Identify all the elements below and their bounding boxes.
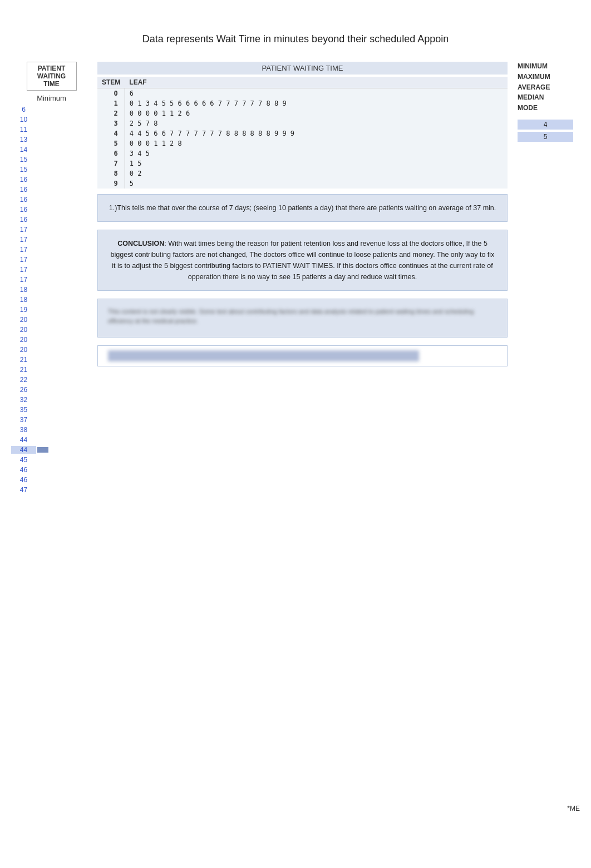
data-value-num: 32 bbox=[11, 396, 36, 404]
stat-mode: MODE bbox=[518, 103, 538, 113]
list-item: 32 bbox=[11, 395, 92, 405]
list-item: 18 bbox=[11, 295, 92, 305]
stem-cell: 0 bbox=[97, 88, 125, 99]
list-item: 11 bbox=[11, 125, 92, 135]
table-row: 32 5 7 8 bbox=[97, 118, 508, 128]
right-col: MINIMUM MAXIMUM AVERAGE MEDIAN MODE 4 5 bbox=[513, 62, 580, 144]
data-value-num: 19 bbox=[11, 306, 36, 314]
center-col: PATIENT WAITING TIME STEM LEAF 0610 1 3 … bbox=[92, 62, 513, 374]
stem-cell: 7 bbox=[97, 158, 125, 168]
main-layout: PATIENTWAITINGTIME Minimum 6101113141515… bbox=[11, 62, 580, 495]
list-item: 17 bbox=[11, 245, 92, 255]
list-item: 37 bbox=[11, 415, 92, 425]
list-item: 44 bbox=[11, 435, 92, 445]
page-container: Data represents Wait Time in minutes bey… bbox=[0, 0, 591, 868]
stem-cell: 1 bbox=[97, 98, 125, 108]
blurred-bottom-text bbox=[108, 350, 419, 361]
list-item: 46 bbox=[11, 475, 92, 485]
stat-value-5: 5 bbox=[518, 132, 573, 142]
info-text: 1.)This tells me that over the course of… bbox=[109, 204, 496, 212]
data-value-num: 16 bbox=[11, 216, 36, 224]
list-item: 17 bbox=[11, 225, 92, 235]
list-item: 21 bbox=[11, 365, 92, 375]
data-value-num: 10 bbox=[11, 116, 36, 123]
me-label: *ME bbox=[567, 805, 580, 812]
data-value-num: 20 bbox=[11, 316, 36, 324]
leaf-cell: 2 5 7 8 bbox=[125, 118, 508, 128]
data-value-num: 46 bbox=[11, 466, 36, 474]
stem-cell: 2 bbox=[97, 108, 125, 118]
list-item: 15 bbox=[11, 165, 92, 175]
col-stem-header: STEM bbox=[97, 77, 125, 88]
data-bar bbox=[37, 447, 48, 453]
pwt-label: PATIENTWAITINGTIME bbox=[27, 62, 77, 91]
data-value-num: 16 bbox=[11, 206, 36, 214]
header-title: Data represents Wait Time in minutes bey… bbox=[11, 33, 580, 45]
data-value-num: 17 bbox=[11, 256, 36, 264]
data-value-num: 26 bbox=[11, 386, 36, 394]
leaf-cell: 0 2 bbox=[125, 168, 508, 178]
data-value-num: 20 bbox=[11, 346, 36, 354]
table-row: 10 1 3 4 5 5 6 6 6 6 6 7 7 7 7 7 7 8 8 9 bbox=[97, 98, 508, 108]
list-item: 17 bbox=[11, 275, 92, 285]
list-item: 14 bbox=[11, 145, 92, 155]
leaf-cell: 4 4 5 6 6 7 7 7 7 7 7 7 8 8 8 8 8 8 9 9 … bbox=[125, 128, 508, 138]
table-row: 63 4 5 bbox=[97, 148, 508, 158]
list-item: 16 bbox=[11, 185, 92, 195]
list-item: 20 bbox=[11, 345, 92, 355]
table-row: 71 5 bbox=[97, 158, 508, 168]
leaf-cell: 0 0 0 0 1 1 2 6 bbox=[125, 108, 508, 118]
stat-median: MEDIAN bbox=[518, 93, 544, 102]
data-value-num: 21 bbox=[11, 366, 36, 374]
list-item: 10 bbox=[11, 115, 92, 125]
data-value-num: 17 bbox=[11, 266, 36, 274]
list-item: 22 bbox=[11, 375, 92, 385]
data-value-num: 17 bbox=[11, 276, 36, 284]
stat-value-4: 4 bbox=[518, 120, 573, 130]
conclusion-box: CONCLUSION: With wait times being the re… bbox=[97, 230, 508, 291]
list-item: 20 bbox=[11, 325, 92, 335]
stem-cell: 3 bbox=[97, 118, 125, 128]
info-box: 1.)This tells me that over the course of… bbox=[97, 194, 508, 222]
leaf-cell: 0 0 0 1 1 2 8 bbox=[125, 138, 508, 148]
list-item: 6 bbox=[11, 105, 92, 115]
list-item: 19 bbox=[11, 305, 92, 315]
data-value-num: 6 bbox=[11, 106, 36, 113]
data-value-num: 16 bbox=[11, 176, 36, 183]
table-row: 95 bbox=[97, 178, 508, 189]
list-item: 46 bbox=[11, 465, 92, 475]
pwt-table-title: PATIENT WAITING TIME bbox=[97, 62, 508, 75]
data-value-num: 44 bbox=[11, 446, 36, 454]
data-value-num: 47 bbox=[11, 486, 36, 494]
data-value-num: 18 bbox=[11, 296, 36, 304]
data-value-num: 17 bbox=[11, 226, 36, 234]
blurred-bottom-box bbox=[97, 345, 508, 366]
list-item: 38 bbox=[11, 425, 92, 435]
data-value-num: 16 bbox=[11, 196, 36, 204]
list-item: 18 bbox=[11, 285, 92, 295]
stem-cell: 4 bbox=[97, 128, 125, 138]
data-value-num: 37 bbox=[11, 416, 36, 424]
list-item: 16 bbox=[11, 195, 92, 205]
stat-minimum: MINIMUM bbox=[518, 62, 548, 71]
leaf-cell: 6 bbox=[125, 88, 508, 99]
minimum-label: Minimum bbox=[37, 94, 66, 102]
stat-maximum: MAXIMUM bbox=[518, 72, 550, 82]
data-value-num: 35 bbox=[11, 406, 36, 414]
list-item: 47 bbox=[11, 485, 92, 495]
data-value-num: 38 bbox=[11, 426, 36, 434]
stem-cell: 6 bbox=[97, 148, 125, 158]
leaf-cell: 5 bbox=[125, 178, 508, 189]
table-row: 80 2 bbox=[97, 168, 508, 178]
table-row: 50 0 0 1 1 2 8 bbox=[97, 138, 508, 148]
list-item: 45 bbox=[11, 455, 92, 465]
list-item: 44 bbox=[11, 445, 92, 455]
data-value-num: 17 bbox=[11, 236, 36, 244]
data-value-num: 15 bbox=[11, 156, 36, 163]
table-row: 20 0 0 0 1 1 2 6 bbox=[97, 108, 508, 118]
data-value-num: 22 bbox=[11, 376, 36, 384]
table-row: 06 bbox=[97, 88, 508, 99]
data-values: 6101113141515161616161617171717171718181… bbox=[11, 105, 92, 495]
list-item: 16 bbox=[11, 215, 92, 225]
list-item: 17 bbox=[11, 255, 92, 265]
